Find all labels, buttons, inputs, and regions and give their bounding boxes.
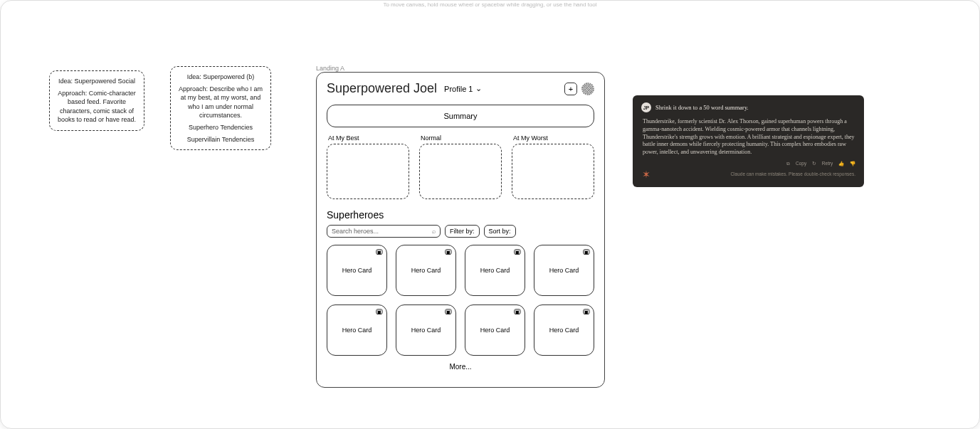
chat-response: Thunderstrike, formerly scientist Dr. Al…: [641, 118, 855, 157]
state-box-normal[interactable]: [419, 144, 502, 199]
chat-prompt-text: Shrink it down to a 50 word summary.: [655, 104, 749, 111]
app-header: Superpowered Joel Profile 1 ⌄ +: [327, 81, 594, 96]
frame-label[interactable]: Landing A: [316, 65, 344, 72]
image-icon: ▣: [376, 249, 383, 255]
add-button[interactable]: +: [564, 83, 577, 95]
search-input[interactable]: Search heroes... ⌕: [327, 225, 441, 238]
retry-button[interactable]: ↻ Retry: [812, 161, 833, 166]
state-label-best: At My Best: [327, 134, 409, 142]
summary-box[interactable]: Summary: [327, 105, 594, 127]
wireframe-landing-a[interactable]: Superpowered Joel Profile 1 ⌄ + Summary …: [316, 72, 605, 388]
hero-card[interactable]: ▣Hero Card: [534, 245, 594, 296]
chat-panel[interactable]: JP Shrink it down to a 50 word summary. …: [633, 95, 864, 187]
image-icon: ▣: [445, 309, 452, 314]
filter-button[interactable]: Filter by:: [445, 225, 480, 238]
canvas-hint: To move canvas, hold mouse wheel or spac…: [1, 1, 979, 8]
sort-button[interactable]: Sort by:: [484, 225, 516, 238]
plus-icon: +: [569, 85, 573, 93]
image-icon: ▣: [514, 309, 521, 314]
hero-card-label: Hero Card: [342, 267, 372, 274]
state-box-best[interactable]: [327, 144, 409, 199]
user-avatar: JP: [641, 102, 651, 112]
image-icon: ▣: [514, 249, 521, 255]
chat-disclaimer: Claude can make mistakes. Please double-…: [730, 171, 855, 176]
hero-card-label: Hero Card: [480, 327, 510, 334]
hero-grid: ▣Hero Card ▣Hero Card ▣Hero Card ▣Hero C…: [327, 245, 594, 356]
hero-card-label: Hero Card: [480, 267, 510, 274]
hero-card[interactable]: ▣Hero Card: [465, 304, 525, 356]
sticky-body: Approach: Comic-character based feed. Fa…: [57, 89, 137, 125]
section-superheroes: Superheroes: [327, 209, 594, 221]
sticky-note-2[interactable]: Idea: Superpowered (b) Approach: Describ…: [170, 66, 271, 150]
sticky-title: Idea: Superpowered (b): [178, 73, 263, 82]
more-link[interactable]: More...: [327, 363, 594, 371]
image-icon: ▣: [583, 309, 590, 314]
states-row: At My Best Normal At My Worst: [327, 134, 594, 199]
assistant-logo-icon: [641, 169, 651, 179]
thumbs-down-icon[interactable]: 👎: [850, 161, 855, 166]
chevron-down-icon: ⌄: [475, 84, 482, 93]
hero-card[interactable]: ▣Hero Card: [396, 304, 456, 356]
hero-card[interactable]: ▣Hero Card: [327, 245, 387, 296]
copy-button[interactable]: ⧉ Copy: [786, 161, 806, 166]
hero-card[interactable]: ▣Hero Card: [534, 304, 594, 356]
sticky-title: Idea: Superpowered Social: [57, 77, 137, 86]
hero-card-label: Hero Card: [549, 327, 579, 334]
hero-card-label: Hero Card: [411, 327, 441, 334]
sticky-note-1[interactable]: Idea: Superpowered Social Approach: Comi…: [49, 70, 144, 131]
avatar[interactable]: [581, 83, 594, 95]
image-icon: ▣: [583, 249, 590, 255]
hero-card-label: Hero Card: [549, 267, 579, 274]
chat-prompt-row: JP Shrink it down to a 50 word summary.: [641, 102, 855, 112]
profile-label: Profile 1: [444, 85, 473, 93]
sticky-line-hero: Superhero Tendencies: [178, 123, 263, 132]
profile-dropdown[interactable]: Profile 1 ⌄: [444, 84, 482, 93]
image-icon: ▣: [376, 309, 383, 314]
search-placeholder: Search heroes...: [332, 228, 379, 235]
image-icon: ▣: [445, 249, 452, 255]
hero-card[interactable]: ▣Hero Card: [465, 245, 525, 296]
sticky-line-villain: Supervillain Tendencies: [178, 135, 263, 144]
hero-card-label: Hero Card: [411, 267, 441, 274]
state-box-worst[interactable]: [512, 144, 594, 199]
search-row: Search heroes... ⌕ Filter by: Sort by:: [327, 225, 594, 238]
hero-card[interactable]: ▣Hero Card: [327, 304, 387, 356]
hero-card-label: Hero Card: [342, 327, 372, 334]
hero-card[interactable]: ▣Hero Card: [396, 245, 456, 296]
canvas-viewport[interactable]: To move canvas, hold mouse wheel or spac…: [0, 0, 980, 429]
thumbs-up-icon[interactable]: 👍: [838, 161, 844, 166]
state-label-normal: Normal: [419, 134, 502, 142]
sticky-body: Approach: Describe who I am at my best, …: [178, 85, 263, 120]
search-icon: ⌕: [432, 228, 436, 235]
chat-actions: ⧉ Copy ↻ Retry 👍 👎: [641, 161, 855, 166]
app-title: Superpowered Joel: [327, 81, 437, 96]
state-label-worst: At My Worst: [512, 134, 594, 142]
summary-label: Summary: [443, 112, 477, 120]
